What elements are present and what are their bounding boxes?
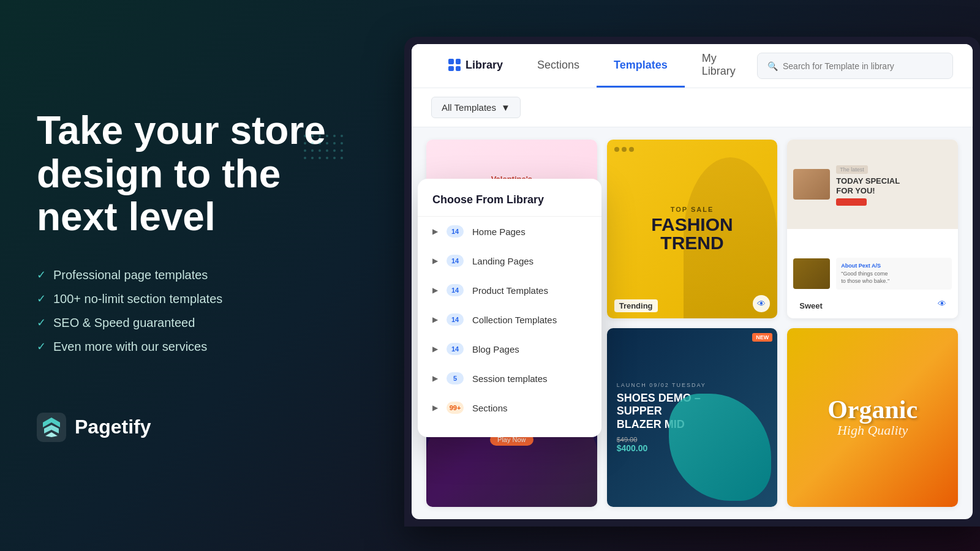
pagetify-logo-icon — [37, 413, 66, 442]
fashion-text: TOP SALE FASHIONTREND — [651, 206, 733, 252]
dropdown-item-product-templates[interactable]: ▶ 14 Product Templates — [418, 276, 601, 305]
blog-pages-label: Blog Pages — [472, 344, 587, 354]
dropdown-item-blog-pages[interactable]: ▶ 14 Blog Pages — [418, 334, 601, 364]
all-templates-filter[interactable]: All Templates ▼ — [431, 97, 521, 118]
card-label-sweet: Sweet — [794, 299, 827, 312]
left-panel: Take your store design to the next level… — [0, 0, 392, 551]
feature-item: ✓ Professional page templates — [37, 268, 355, 282]
laptop-screen: Library Sections Templates My Library 🔍 — [412, 44, 973, 519]
laptop-frame: Library Sections Templates My Library 🔍 — [404, 37, 980, 527]
brand: Pagetify — [37, 413, 355, 442]
feature-item: ✓ Even more with our services — [37, 340, 355, 354]
dropdown-panel: Choose From Library ▶ 14 Home Pages ▶ 14… — [418, 179, 601, 437]
chevron-right-icon: ▶ — [432, 403, 438, 412]
search-icon: 🔍 — [767, 61, 778, 71]
shoes-date: LAUNCH 09/02 TUESDAY — [617, 382, 768, 388]
features-list: ✓ Professional page templates ✓ 100+ no-… — [37, 268, 355, 364]
hero-title: Take your store design to the next level — [37, 109, 355, 238]
sweet-text: The latest TODAY SPECIALFOR YOU! — [836, 163, 952, 205]
check-icon: ✓ — [37, 292, 46, 305]
product-templates-badge: 14 — [447, 284, 464, 296]
template-card-trending: TOP SALE FASHIONTREND Trending 👁 — [607, 140, 778, 318]
dropdown-item-landing-pages[interactable]: ▶ 14 Landing Pages — [418, 246, 601, 276]
product-templates-label: Product Templates — [472, 285, 587, 296]
brand-name: Pagetify — [75, 416, 151, 438]
nav-item-templates[interactable]: Templates — [597, 44, 685, 88]
chevron-right-icon: ▶ — [432, 227, 438, 236]
collection-templates-badge: 14 — [447, 313, 464, 326]
right-panel: Library Sections Templates My Library 🔍 — [380, 0, 980, 551]
check-icon: ✓ — [37, 316, 46, 329]
feature-item: ✓ SEO & Speed guaranteed — [37, 316, 355, 330]
fashion-dots — [614, 147, 634, 152]
about-card: About Pext A/S "Good things cometo those… — [836, 258, 952, 290]
dropdown-title: Choose From Library — [418, 193, 601, 217]
home-pages-label: Home Pages — [472, 227, 587, 237]
nav-item-sections[interactable]: Sections — [520, 44, 597, 88]
blog-pages-badge: 14 — [447, 343, 464, 355]
dropdown-item-session-templates[interactable]: ▶ 5 Session templates — [418, 364, 601, 393]
chevron-down-icon: ▼ — [501, 102, 510, 113]
template-card-organic: Organic High Quality — [787, 328, 958, 507]
dropdown-item-sections[interactable]: ▶ 99+ Sections — [418, 393, 601, 422]
sections-label: Sections — [472, 403, 587, 413]
landing-pages-label: Landing Pages — [472, 256, 587, 266]
home-pages-badge: 14 — [447, 225, 464, 238]
session-templates-badge: 5 — [447, 372, 464, 384]
sweet-cookie-image — [793, 169, 830, 200]
sweet-baker-image — [793, 258, 830, 289]
shoes-badge: NEW — [752, 333, 772, 342]
library-grid-icon — [448, 59, 461, 71]
nav-item-library[interactable]: Library — [431, 44, 520, 88]
template-card-sweet: The latest TODAY SPECIALFOR YOU! About P… — [787, 140, 958, 318]
dropdown-item-collection-templates[interactable]: ▶ 14 Collection Templates — [418, 305, 601, 334]
organic-text: Organic High Quality — [827, 397, 918, 438]
nav-item-my-library[interactable]: My Library — [685, 44, 757, 88]
check-icon: ✓ — [37, 268, 46, 282]
landing-pages-badge: 14 — [447, 255, 464, 267]
session-templates-label: Session templates — [472, 373, 587, 384]
dropdown-item-home-pages[interactable]: ▶ 14 Home Pages — [418, 217, 601, 246]
chevron-right-icon: ▶ — [432, 374, 438, 383]
chevron-right-icon: ▶ — [432, 345, 438, 353]
chevron-right-icon: ▶ — [432, 315, 438, 324]
search-bar[interactable]: 🔍 — [757, 53, 953, 79]
template-card-shoes: NEW LAUNCH 09/02 TUESDAY SHOES DEMO –SUP… — [607, 328, 778, 507]
search-input[interactable] — [783, 61, 943, 71]
filter-row: All Templates ▼ — [412, 88, 973, 127]
sections-badge: 99+ — [447, 402, 464, 414]
card-label-trending: Trending — [614, 299, 658, 312]
check-icon: ✓ — [37, 340, 46, 353]
chevron-right-icon: ▶ — [432, 257, 438, 265]
collection-templates-label: Collection Templates — [472, 315, 587, 325]
decorative-dots — [304, 135, 343, 159]
library-header: Library Sections Templates My Library 🔍 — [412, 44, 973, 88]
feature-item: ✓ 100+ no-limit section templates — [37, 292, 355, 306]
preview-eye-button-sweet[interactable]: 👁 — [933, 295, 951, 312]
chevron-right-icon: ▶ — [432, 286, 438, 294]
